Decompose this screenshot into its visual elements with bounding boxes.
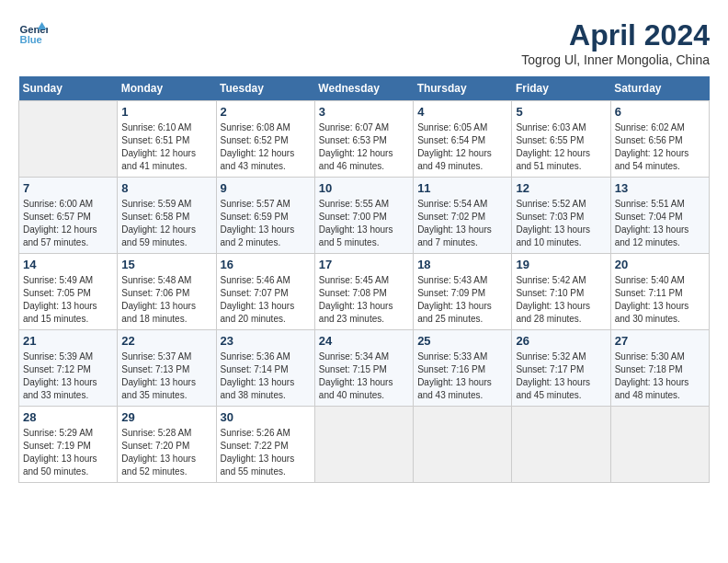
day-info: Sunrise: 6:08 AM Sunset: 6:52 PM Dayligh… (221, 121, 311, 173)
day-info: Sunrise: 6:10 AM Sunset: 6:51 PM Dayligh… (121, 121, 211, 173)
day-number: 25 (417, 334, 507, 348)
calendar-cell (512, 407, 610, 483)
day-number: 6 (615, 105, 705, 119)
week-row-4: 21Sunrise: 5:39 AM Sunset: 7:12 PM Dayli… (19, 330, 710, 407)
day-info: Sunrise: 5:45 AM Sunset: 7:08 PM Dayligh… (319, 274, 409, 326)
day-number: 22 (121, 334, 211, 348)
day-info: Sunrise: 5:33 AM Sunset: 7:16 PM Dayligh… (417, 350, 507, 402)
day-info: Sunrise: 6:03 AM Sunset: 6:55 PM Dayligh… (516, 121, 606, 173)
header-day-wednesday: Wednesday (314, 76, 413, 101)
day-info: Sunrise: 5:49 AM Sunset: 7:05 PM Dayligh… (23, 274, 113, 326)
calendar-cell: 6Sunrise: 6:02 AM Sunset: 6:56 PM Daylig… (610, 101, 709, 178)
day-info: Sunrise: 5:26 AM Sunset: 7:22 PM Dayligh… (221, 427, 311, 478)
calendar-cell: 7Sunrise: 6:00 AM Sunset: 6:57 PM Daylig… (19, 178, 118, 254)
calendar-cell: 29Sunrise: 5:28 AM Sunset: 7:20 PM Dayli… (118, 407, 216, 483)
day-info: Sunrise: 5:51 AM Sunset: 7:04 PM Dayligh… (615, 198, 705, 249)
week-row-3: 14Sunrise: 5:49 AM Sunset: 7:05 PM Dayli… (19, 254, 710, 330)
calendar-cell: 13Sunrise: 5:51 AM Sunset: 7:04 PM Dayli… (610, 178, 709, 254)
calendar-cell: 2Sunrise: 6:08 AM Sunset: 6:52 PM Daylig… (216, 101, 314, 178)
header-day-tuesday: Tuesday (216, 76, 314, 101)
calendar-cell: 26Sunrise: 5:32 AM Sunset: 7:17 PM Dayli… (512, 330, 610, 407)
day-info: Sunrise: 5:30 AM Sunset: 7:18 PM Dayligh… (615, 350, 705, 402)
day-number: 3 (319, 105, 409, 119)
calendar-header: SundayMondayTuesdayWednesdayThursdayFrid… (19, 76, 710, 101)
day-number: 26 (516, 334, 606, 348)
svg-text:Blue: Blue (20, 34, 42, 45)
calendar-cell: 10Sunrise: 5:55 AM Sunset: 7:00 PM Dayli… (314, 178, 413, 254)
day-number: 29 (121, 410, 211, 424)
calendar-body: 1Sunrise: 6:10 AM Sunset: 6:51 PM Daylig… (19, 101, 710, 483)
header-day-friday: Friday (512, 76, 610, 101)
day-number: 10 (319, 181, 409, 195)
header-day-monday: Monday (118, 76, 216, 101)
day-number: 24 (319, 334, 409, 348)
day-number: 28 (23, 410, 113, 424)
day-number: 21 (23, 334, 113, 348)
calendar-cell: 16Sunrise: 5:46 AM Sunset: 7:07 PM Dayli… (216, 254, 314, 330)
calendar-cell: 19Sunrise: 5:42 AM Sunset: 7:10 PM Dayli… (512, 254, 610, 330)
calendar-cell: 30Sunrise: 5:26 AM Sunset: 7:22 PM Dayli… (216, 407, 314, 483)
day-number: 1 (121, 105, 211, 119)
calendar-cell: 15Sunrise: 5:48 AM Sunset: 7:06 PM Dayli… (118, 254, 216, 330)
day-number: 2 (221, 105, 311, 119)
calendar-cell: 24Sunrise: 5:34 AM Sunset: 7:15 PM Dayli… (314, 330, 413, 407)
day-number: 11 (417, 181, 507, 195)
day-number: 12 (516, 181, 606, 195)
week-row-5: 28Sunrise: 5:29 AM Sunset: 7:19 PM Dayli… (19, 407, 710, 483)
day-number: 5 (516, 105, 606, 119)
day-number: 7 (23, 181, 113, 195)
day-info: Sunrise: 5:46 AM Sunset: 7:07 PM Dayligh… (221, 274, 311, 326)
month-title: April 2024 (521, 18, 710, 52)
day-number: 19 (516, 258, 606, 271)
calendar-cell: 9Sunrise: 5:57 AM Sunset: 6:59 PM Daylig… (216, 178, 314, 254)
location: Togrog Ul, Inner Mongolia, China (521, 52, 710, 67)
day-number: 13 (615, 181, 705, 195)
header-day-sunday: Sunday (19, 76, 118, 101)
day-info: Sunrise: 6:07 AM Sunset: 6:53 PM Dayligh… (319, 121, 409, 173)
calendar-cell: 23Sunrise: 5:36 AM Sunset: 7:14 PM Dayli… (216, 330, 314, 407)
day-number: 30 (221, 410, 311, 424)
page-header: General Blue April 2024 Togrog Ul, Inner… (18, 18, 710, 67)
day-info: Sunrise: 5:48 AM Sunset: 7:06 PM Dayligh… (121, 274, 211, 326)
day-info: Sunrise: 5:59 AM Sunset: 6:58 PM Dayligh… (121, 198, 211, 249)
day-info: Sunrise: 5:37 AM Sunset: 7:13 PM Dayligh… (121, 350, 211, 402)
logo: General Blue (18, 18, 48, 48)
day-number: 20 (615, 258, 705, 271)
logo-icon: General Blue (18, 18, 48, 48)
header-day-saturday: Saturday (610, 76, 709, 101)
day-info: Sunrise: 5:40 AM Sunset: 7:11 PM Dayligh… (615, 274, 705, 326)
day-number: 15 (121, 258, 211, 271)
day-info: Sunrise: 5:42 AM Sunset: 7:10 PM Dayligh… (516, 274, 606, 326)
calendar-cell: 14Sunrise: 5:49 AM Sunset: 7:05 PM Dayli… (19, 254, 118, 330)
day-info: Sunrise: 5:36 AM Sunset: 7:14 PM Dayligh… (221, 350, 311, 402)
day-number: 8 (121, 181, 211, 195)
week-row-2: 7Sunrise: 6:00 AM Sunset: 6:57 PM Daylig… (19, 178, 710, 254)
day-info: Sunrise: 5:39 AM Sunset: 7:12 PM Dayligh… (23, 350, 113, 402)
calendar-cell: 25Sunrise: 5:33 AM Sunset: 7:16 PM Dayli… (414, 330, 512, 407)
day-info: Sunrise: 6:02 AM Sunset: 6:56 PM Dayligh… (615, 121, 705, 173)
calendar-cell: 17Sunrise: 5:45 AM Sunset: 7:08 PM Dayli… (314, 254, 413, 330)
calendar-table: SundayMondayTuesdayWednesdayThursdayFrid… (18, 76, 710, 483)
calendar-cell: 22Sunrise: 5:37 AM Sunset: 7:13 PM Dayli… (118, 330, 216, 407)
day-number: 17 (319, 258, 409, 271)
calendar-cell: 21Sunrise: 5:39 AM Sunset: 7:12 PM Dayli… (19, 330, 118, 407)
day-number: 14 (23, 258, 113, 271)
day-info: Sunrise: 5:29 AM Sunset: 7:19 PM Dayligh… (23, 427, 113, 478)
day-info: Sunrise: 5:57 AM Sunset: 6:59 PM Dayligh… (221, 198, 311, 249)
calendar-cell (610, 407, 709, 483)
calendar-cell (314, 407, 413, 483)
day-number: 16 (221, 258, 311, 271)
calendar-cell: 5Sunrise: 6:03 AM Sunset: 6:55 PM Daylig… (512, 101, 610, 178)
day-info: Sunrise: 5:43 AM Sunset: 7:09 PM Dayligh… (417, 274, 507, 326)
calendar-cell (19, 101, 118, 178)
calendar-cell: 18Sunrise: 5:43 AM Sunset: 7:09 PM Dayli… (414, 254, 512, 330)
calendar-cell: 4Sunrise: 6:05 AM Sunset: 6:54 PM Daylig… (414, 101, 512, 178)
day-info: Sunrise: 5:28 AM Sunset: 7:20 PM Dayligh… (121, 427, 211, 478)
day-info: Sunrise: 5:52 AM Sunset: 7:03 PM Dayligh… (516, 198, 606, 249)
day-number: 18 (417, 258, 507, 271)
day-number: 9 (221, 181, 311, 195)
day-info: Sunrise: 6:00 AM Sunset: 6:57 PM Dayligh… (23, 198, 113, 249)
day-info: Sunrise: 5:54 AM Sunset: 7:02 PM Dayligh… (417, 198, 507, 249)
calendar-cell: 27Sunrise: 5:30 AM Sunset: 7:18 PM Dayli… (610, 330, 709, 407)
day-info: Sunrise: 5:55 AM Sunset: 7:00 PM Dayligh… (319, 198, 409, 249)
